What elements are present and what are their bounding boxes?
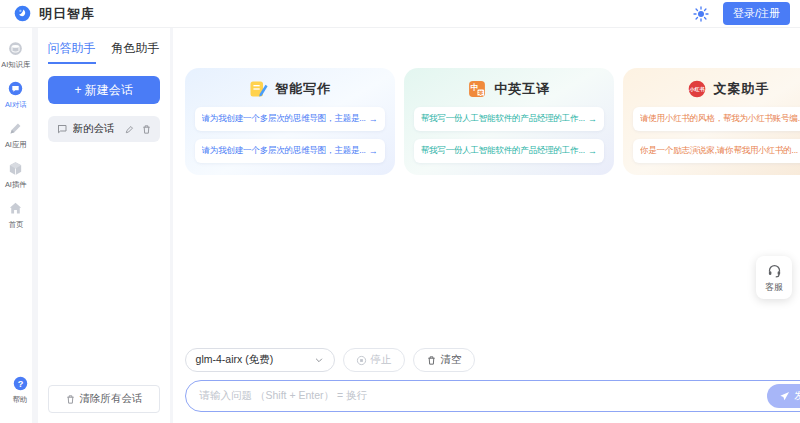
notebook-pen-icon — [248, 79, 268, 99]
conversation-list-item[interactable]: 新的会话 — [48, 116, 160, 142]
tab-qa-assistant[interactable]: 问答助手 — [48, 40, 96, 64]
arrow-right-icon: → — [369, 146, 378, 156]
conversation-panel: 问答助手 角色助手 + 新建会话 新的会话 清除所有会话 — [38, 28, 170, 423]
card-smart-writing: 智能写作 请为我创建一个多层次的思维导图，主题是... → 请为我创建一个多层次… — [185, 68, 395, 175]
chevron-down-icon — [314, 355, 324, 365]
sidebar-item-ai-plugins[interactable]: AI插件 — [4, 160, 28, 190]
model-select-value: glm-4-airx (免费) — [196, 353, 274, 367]
arrow-right-icon: → — [369, 114, 378, 124]
stop-button[interactable]: 停止 — [343, 348, 405, 372]
card-title: 中英互译 — [494, 80, 550, 98]
input-placeholder: 请输入问题 （Shift + Enter） = 换行 — [200, 389, 768, 403]
tab-role-assistant[interactable]: 角色助手 — [112, 40, 160, 64]
prompt-suggestion-button[interactable]: 请为我创建一个多层次的思维导图，主题是... → — [195, 107, 385, 131]
card-title: 智能写作 — [275, 80, 331, 98]
prompt-suggestion-button[interactable]: 帮我写一份人工智能软件的产品经理的工作... → — [414, 107, 604, 131]
sidebar-item-help[interactable]: ? 帮助 — [0, 375, 40, 405]
assistant-tabs: 问答助手 角色助手 — [48, 40, 160, 64]
sidebar-item-label: 首页 — [8, 219, 23, 229]
customer-service-button[interactable]: 客服 — [756, 256, 792, 299]
clear-all-label: 清除所有会话 — [80, 392, 143, 406]
trash-icon — [65, 394, 76, 405]
svg-text:小红书: 小红书 — [688, 86, 704, 93]
card-title: 文案助手 — [714, 80, 770, 98]
theme-sun-icon[interactable] — [693, 6, 709, 22]
model-select[interactable]: glm-4-airx (免费) — [185, 348, 335, 372]
main-content: 智能写作 请为我创建一个多层次的思维导图，主题是... → 请为我创建一个多层次… — [173, 28, 800, 423]
svg-text:英: 英 — [477, 90, 484, 97]
sidebar-item-label: AI应用 — [5, 139, 27, 149]
sidebar-item-ai-apps[interactable]: AI应用 — [4, 120, 28, 150]
prompt-suggestion-button[interactable]: 你是一个励志演说家,请你帮我用小红书的... → — [633, 139, 800, 163]
knowledge-icon — [7, 40, 24, 57]
help-icon: ? — [12, 375, 29, 392]
card-copywriting: 小红书 文案助手 请使用小红书的风格，帮我为小红书账号编... → 你是一个励志… — [623, 68, 800, 175]
service-label: 客服 — [765, 281, 783, 294]
conversation-title: 新的会话 — [73, 122, 124, 136]
sidebar-item-label: AI知识库 — [1, 59, 30, 69]
delete-icon[interactable] — [141, 124, 152, 135]
clear-all-conversations-button[interactable]: 清除所有会话 — [48, 385, 160, 413]
message-input[interactable]: 请输入问题 （Shift + Enter） = 换行 发送 — [185, 380, 800, 412]
sidebar-item-knowledge[interactable]: AI知识库 — [0, 40, 32, 70]
app-title: 明日智库 — [39, 5, 95, 23]
prompt-suggestion-button[interactable]: 请使用小红书的风格，帮我为小红书账号编... → — [633, 107, 800, 131]
sidebar-item-home[interactable]: 首页 — [7, 200, 24, 230]
composer: glm-4-airx (免费) 停止 清空 — [185, 348, 800, 412]
svg-text:?: ? — [17, 379, 23, 389]
top-header: 明日智库 登录/注册 — [0, 0, 800, 28]
plugin-icon — [7, 160, 24, 177]
nav-rail: AI知识库 AI对话 AI应用 AI插件 — [0, 28, 32, 423]
prompt-suggestion-button[interactable]: 帮我写一份人工智能软件的产品经理的工作... → — [414, 139, 604, 163]
chat-bubble-icon — [56, 123, 68, 135]
translate-icon: 中 英 — [467, 79, 487, 99]
arrow-right-icon: → — [588, 146, 597, 156]
trash-icon — [426, 355, 437, 366]
pencil-icon — [7, 120, 24, 137]
arrow-right-icon: → — [588, 114, 597, 124]
sidebar-item-label: 帮助 — [13, 394, 28, 404]
new-chat-button[interactable]: + 新建会话 — [48, 76, 160, 104]
sidebar-item-label: AI插件 — [5, 179, 27, 189]
login-register-button[interactable]: 登录/注册 — [723, 2, 790, 25]
xiaohongshu-icon: 小红书 — [687, 79, 707, 99]
home-icon — [7, 200, 24, 217]
send-button[interactable]: 发送 — [767, 384, 800, 408]
quick-start-cards: 智能写作 请为我创建一个多层次的思维导图，主题是... → 请为我创建一个多层次… — [185, 68, 800, 175]
edit-icon[interactable] — [124, 124, 135, 135]
card-translate: 中 英 中英互译 帮我写一份人工智能软件的产品经理的工作... → 帮我写一份人… — [404, 68, 614, 175]
stop-icon — [356, 355, 367, 366]
headset-icon — [767, 263, 782, 278]
prompt-suggestion-button[interactable]: 请为我创建一个多层次的思维导图，主题是... → — [195, 139, 385, 163]
clear-button[interactable]: 清空 — [413, 348, 475, 372]
sidebar-item-label: AI对话 — [5, 99, 27, 109]
chat-icon — [7, 80, 24, 97]
paper-plane-icon — [779, 391, 790, 402]
app-logo-icon — [14, 5, 31, 22]
sidebar-item-ai-chat[interactable]: AI对话 — [4, 80, 28, 110]
